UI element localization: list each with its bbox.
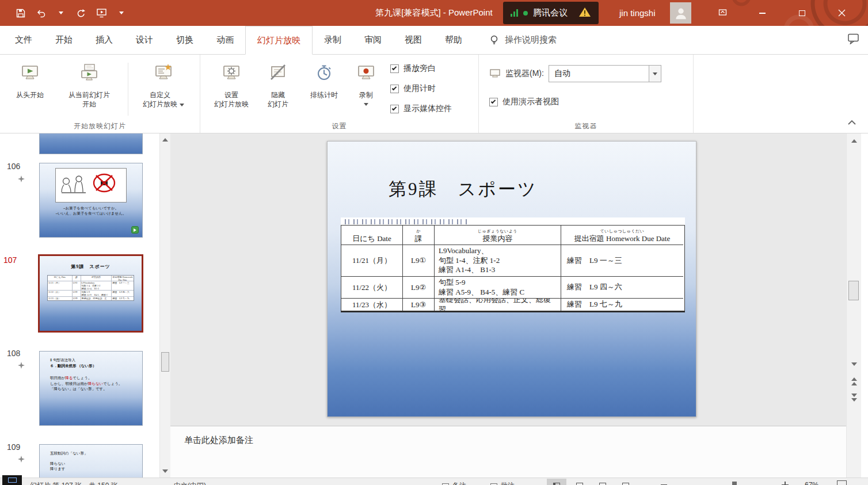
button-label: 录制 [359,90,373,100]
notes-button[interactable]: 备注 [442,481,466,485]
schedule-table[interactable]: 日にち Date か課 じゅぎょうないよう授業内容 ていしゅつしゅくだい提出宿題… [341,225,685,312]
undo-icon[interactable] [35,7,47,19]
slide-sorter-view-button[interactable] [570,479,589,485]
record-button[interactable]: 录制 [351,63,381,106]
zoom-level-button[interactable]: 67% [805,481,818,485]
scroll-down-icon[interactable] [847,358,861,371]
slide-canvas[interactable]: 第9課 スポーツ 日にち Date か課 じゅぎょうないよう授業内容 ていしゅつ… [327,141,696,417]
fit-slide-button[interactable] [837,480,847,485]
combo-caret-button[interactable] [649,66,661,82]
monitor-select[interactable]: 自动 [549,65,661,82]
scrollbar-thumb[interactable] [848,281,859,300]
monitor-icon [489,68,501,79]
animation-star-icon [18,175,25,182]
slide-title[interactable]: 第9課 スポーツ [389,177,538,201]
tab-file[interactable]: 文件 [3,26,44,54]
normal-view-button[interactable] [547,479,566,485]
table-cell-lesson: L9② [402,276,434,298]
tab-view[interactable]: 视图 [393,26,433,54]
custom-slideshow-icon [154,63,173,82]
from-beginning-button[interactable]: 从头开始 [6,63,54,100]
tab-label: 动画 [216,35,234,45]
comments-button[interactable]: 批注 [490,481,515,485]
slide-108-thumbnail[interactable]: Ⅱ 句型语法导入 ６．動詞未然形 （ない形） 明日雨が降るでしょう。 しかし、明… [39,351,143,426]
slide-107-thumbnail-selected[interactable]: 第9課 スポーツ 日にち Date 課 授業内容 提出宿題 Homework D… [38,254,143,333]
tab-help[interactable]: 帮助 [433,26,474,54]
redo-icon[interactable] [75,7,87,19]
scroll-up-icon[interactable] [847,135,861,147]
language-button[interactable]: 中文(中国) [174,481,206,485]
scroll-up-icon[interactable] [160,133,170,146]
mini-cell: 練習 L9 一～三 [111,281,134,290]
taskbar-peek-icon[interactable] [2,475,22,485]
from-current-slide-button[interactable]: 从当前幻灯片 开始 [55,63,123,109]
rehearse-timings-button[interactable]: 排练计时 [302,63,347,100]
ribbon-display-options-icon[interactable] [709,0,736,26]
group-label: 开始放映幻灯片 [0,121,200,131]
editor-area: 第9課 スポーツ 日にち Date か課 じゅぎょうないよう授業内容 ていしゅつ… [170,133,846,478]
previous-slide-icon[interactable] [847,375,861,388]
thumb-text-line: しかし、明後日は雨が降らないでしょう。 [50,381,138,387]
close-icon[interactable] [828,0,855,26]
thumb-text-line: 降ります [50,466,138,472]
custom-slideshow-button[interactable]: 自定义 幻灯片放映 [131,63,196,109]
hide-slide-button[interactable]: 隐藏 幻灯片 [260,63,296,109]
zoom-in-button[interactable] [782,482,789,485]
monitor-field-label: 监视器(M): [505,68,544,79]
mini-cell: 練習 L9 四～六 [111,290,134,296]
tab-review[interactable]: 审阅 [353,26,393,54]
mini-cell: L9③ [72,296,81,300]
checkbox-label: 使用计时 [403,83,436,94]
tab-design[interactable]: 设计 [124,26,165,54]
slide-105-thumbnail-partial[interactable] [39,133,143,154]
mini-header-cell: 日にち Date [48,276,72,281]
slide-109-thumbnail[interactable]: 五段動詞の「ない形」 降らない 降ります [39,444,143,478]
thumbnail-scrollbar[interactable] [159,133,170,478]
minimize-icon[interactable] [749,0,775,26]
collapse-ribbon-icon[interactable] [845,117,859,128]
scrollbar-thumb[interactable] [161,352,169,372]
tab-home[interactable]: 开始 [44,26,84,54]
slide-scrollbar[interactable] [846,133,861,478]
maximize-icon[interactable] [789,0,815,26]
tab-record[interactable]: 录制 [313,26,353,54]
avatar[interactable] [670,2,691,24]
zoom-slider-thumb[interactable] [732,482,737,485]
mini-cell: 11/23（水） [48,296,72,300]
dropdown-caret-icon [653,72,657,75]
status-bar: 幻灯片 第 107 张，共 150 张 中文(中国) 备注 批注 67% [0,478,868,485]
next-slide-icon[interactable] [847,391,861,404]
present-from-beginning-icon[interactable] [96,7,107,19]
notes-pane[interactable]: 单击此处添加备注 [170,426,846,478]
table-cell-date: 11/23（水） [341,298,402,311]
slide-number: 106 [7,162,20,171]
reading-view-button[interactable] [593,479,612,485]
tab-label: 设计 [136,35,153,45]
tab-transitions[interactable]: 切换 [165,26,205,54]
tab-insert[interactable]: 插入 [84,26,124,54]
notes-placeholder[interactable]: 单击此处添加备注 [184,435,253,446]
scroll-down-icon[interactable] [160,465,170,478]
button-label: 排练计时 [310,90,338,100]
save-icon[interactable] [15,7,26,19]
tab-animations[interactable]: 动画 [205,26,245,54]
comments-icon[interactable] [847,33,860,47]
notes-button-label: 备注 [452,481,466,485]
qat-customize-caret-icon[interactable] [116,7,127,19]
record-icon [356,63,376,82]
presenter-view-checkbox[interactable]: 使用演示者视图 [489,96,559,108]
slide-counter[interactable]: 幻灯片 第 107 张，共 150 张 [30,481,118,485]
slide-106-thumbnail[interactable]: –お菓子を食べてもいいですか。 –いいえ、お菓子を食べてはいけません。 [39,163,143,238]
setup-slideshow-button[interactable]: 设置 幻灯片放映 [205,63,258,109]
play-narrations-checkbox[interactable]: 播放旁白 [390,63,436,74]
account-name[interactable]: jin tingshi [619,0,656,26]
use-timings-checkbox[interactable]: 使用计时 [390,83,436,94]
tell-me-search[interactable]: 操作说明搜索 [489,26,557,54]
tab-slideshow-active[interactable]: 幻灯片放映 [245,26,313,55]
slideshow-view-button[interactable] [616,479,635,485]
show-media-controls-checkbox[interactable]: 显示媒体控件 [390,103,452,114]
undo-caret-icon[interactable] [55,7,67,19]
warning-icon[interactable] [578,6,591,20]
meeting-overlay[interactable]: 腾讯会议 [503,2,599,24]
mini-cell: 基礎会話、応用会話、正文、総復習 [81,296,112,300]
